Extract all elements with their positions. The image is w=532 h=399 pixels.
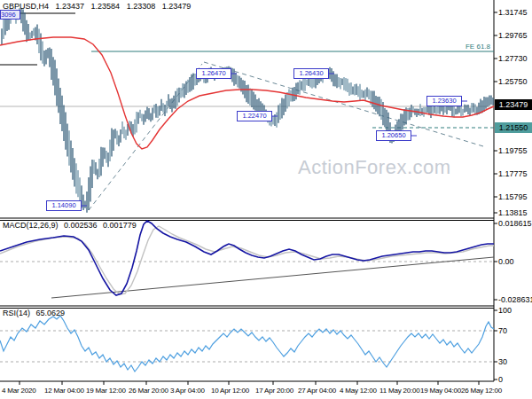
ohlc-high: 1.23584 [91, 2, 121, 11]
trendline-rising [89, 64, 202, 210]
trendline-anchor-label: 3096 [0, 10, 20, 20]
price-annotation: 1.14090 [46, 200, 82, 211]
support-level-box: 1.21550 [495, 122, 532, 133]
price-annotation: 1.22470 [237, 111, 272, 121]
macd-axis-label: 0.00 [498, 257, 514, 266]
price-axis-label: 1.27730 [498, 54, 528, 63]
price-axis-label: 1.19755 [498, 146, 528, 155]
x-axis-tick-label: 12 Mar 04:00 [44, 387, 84, 395]
price-annotation: 1.26470 [196, 68, 231, 79]
price-axis-label: 1.13815 [498, 208, 528, 217]
rsi-indicator-label: RSI(14) 65.0629 [3, 309, 68, 317]
current-price-box: 1.23479 [495, 99, 532, 110]
macd-indicator-label: MACD(12,26,9) 0.002536 0.001779 [3, 221, 140, 230]
rsi-axis-label: 100 [498, 306, 512, 315]
macd-name: MACD(12,26,9) [3, 221, 59, 230]
chart-title: GBPUSD,H4 1.23437 1.23584 1.23308 1.2347… [3, 2, 195, 11]
x-axis-tick-label: 3 Apr 04:00 [170, 387, 205, 395]
macd-line [0, 221, 494, 295]
x-axis-tick-label: 26 Mar 20:00 [129, 387, 168, 395]
x-axis-tick-label: 10 Apr 12:00 [211, 387, 249, 395]
ohlc-open: 1.23437 [56, 2, 85, 11]
price-axis-label: 1.15795 [498, 192, 528, 201]
rsi-axis-label: 0 [498, 375, 503, 384]
chart-window: ActionForex.com GBPUSD,H4 1.23437 1.2358… [0, 0, 532, 399]
rsi-value: 65.0629 [36, 309, 66, 317]
price-axis-label: 1.31745 [498, 8, 528, 17]
price-axis-label: 1.25750 [498, 77, 528, 86]
macd-axis-label: -0.028631 [498, 295, 532, 304]
chart-canvas [0, 0, 532, 399]
x-axis-tick-label: 26 May 12:00 [461, 387, 502, 395]
macd-main-value: 0.002536 [64, 221, 98, 230]
x-axis-tick-label: 19 Mar 12:00 [86, 387, 126, 395]
x-axis-tick-label: 4 May 12:00 [340, 387, 377, 395]
price-axis-label: 1.17775 [498, 169, 528, 178]
x-axis-tick-label: 4 Mar 2020 [2, 387, 35, 395]
rsi-name: RSI(14) [3, 309, 30, 317]
price-axis-label: 1.29765 [498, 31, 528, 40]
rsi-line [0, 316, 494, 372]
x-axis-tick-label: 17 Apr 20:00 [255, 387, 293, 395]
macd-signal-value: 0.001779 [103, 221, 137, 230]
x-axis-tick-label: 11 May 20:00 [379, 387, 419, 395]
rsi-axis-label: 70 [498, 326, 507, 335]
ohlc-close: 1.23479 [162, 2, 192, 11]
rsi-axis-label: 30 [498, 357, 507, 366]
price-annotation: 1.20650 [376, 130, 411, 141]
price-annotation: 1.23630 [426, 96, 462, 106]
x-axis-tick-label: 19 May 04:00 [420, 387, 461, 395]
macd-axis-label: 0.018615 [498, 219, 532, 228]
fib-extension-label: FE 61.8 [450, 43, 490, 51]
x-axis-tick-label: 27 Apr 04:00 [298, 387, 336, 395]
ohlc-low: 1.23308 [127, 2, 156, 11]
macd-trendline [51, 257, 494, 298]
price-annotation: 1.26430 [293, 68, 329, 79]
